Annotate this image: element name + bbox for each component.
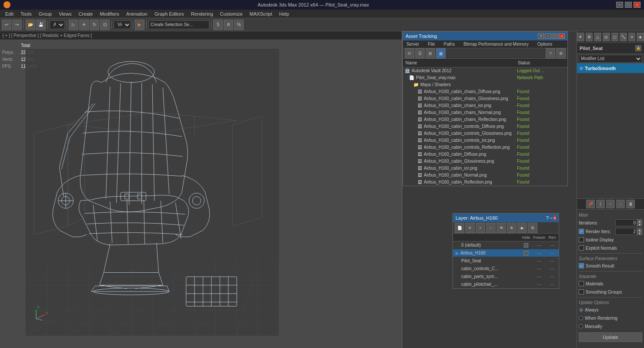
asset-row[interactable]: 🖼 Airbus_H160_cabin_controls_Glossiness.…: [403, 130, 567, 137]
asset-row[interactable]: 🖼 Airbus_H160_cabin_chairs_Normal.png Fo…: [403, 109, 567, 116]
layer-eye-button[interactable]: 👁: [496, 223, 506, 233]
layer-render-button[interactable]: ▶: [517, 223, 527, 233]
move-down-button[interactable]: ↓: [616, 200, 625, 208]
layer-freeze-col[interactable]: —: [533, 259, 546, 263]
angle-snap[interactable]: A: [224, 20, 233, 30]
delete-mod-button[interactable]: 🗑: [626, 200, 635, 208]
menu-graph-editors[interactable]: Graph Editors: [151, 10, 188, 17]
3d-viewport[interactable]: [ + ] [ Perspective ] [ Realistic + Edge…: [0, 31, 402, 348]
at-menu-paths[interactable]: Paths: [442, 42, 457, 47]
asset-row[interactable]: 🖼 Airbus_H160_cabin_controls_ior.png Fou…: [403, 137, 567, 144]
render-button[interactable]: ▶: [135, 20, 144, 30]
at-settings-button[interactable]: ⚙: [556, 48, 566, 59]
at-close-button[interactable]: ×: [559, 33, 565, 39]
layer-delete-button[interactable]: ✕: [465, 223, 475, 233]
materials-checkbox[interactable]: [579, 281, 584, 286]
layer-minimize-button[interactable]: −: [550, 215, 552, 221]
asset-row[interactable]: 📁 Maps / Shaders: [403, 81, 567, 88]
at-menu-bitmap[interactable]: Bitmap Performance and Memory: [462, 42, 530, 47]
layer-freeze-col[interactable]: —: [533, 282, 546, 287]
at-refresh-button[interactable]: ⟳: [405, 48, 414, 59]
move-up-button[interactable]: ↑: [606, 200, 615, 208]
percent-snap[interactable]: %: [234, 20, 244, 30]
view-dropdown[interactable]: View: [114, 20, 131, 29]
extra2-icon[interactable]: ◈: [637, 33, 644, 41]
smoothing-groups-checkbox[interactable]: [579, 289, 584, 294]
layer-row[interactable]: Pilot_Seat — —: [453, 257, 559, 265]
undo-button[interactable]: ↩: [2, 20, 11, 30]
layer-render-col[interactable]: —: [546, 259, 559, 263]
layer-minus-button[interactable]: −: [486, 223, 496, 233]
always-radio[interactable]: [579, 308, 583, 312]
layer-freeze-col[interactable]: —: [533, 243, 546, 248]
iterations-up[interactable]: ▲: [637, 219, 642, 223]
motion-icon[interactable]: ◎: [603, 33, 610, 41]
redo-button[interactable]: ↪: [12, 20, 22, 30]
layer-settings-button[interactable]: ⚙: [528, 223, 537, 233]
filter-dropdown[interactable]: All: [50, 20, 65, 29]
asset-row[interactable]: 🖼 Airbus_H160_cabin_ior.png Found: [403, 165, 567, 172]
at-menu-options[interactable]: Options: [536, 42, 554, 47]
asset-row[interactable]: 🖼 Airbus_H160_cabin_chairs_Reflection.pn…: [403, 116, 567, 123]
pin-button[interactable]: 📌: [586, 200, 595, 208]
display-icon[interactable]: ◻: [611, 33, 619, 41]
menu-modifiers[interactable]: Modifiers: [96, 10, 123, 17]
at-menu-server[interactable]: Server: [405, 42, 421, 47]
layer-render-col[interactable]: —: [546, 267, 559, 271]
layer-help-button[interactable]: ?: [546, 215, 549, 221]
open-button[interactable]: 📂: [26, 20, 35, 30]
layer-render-col[interactable]: —: [546, 282, 559, 287]
layer-row[interactable]: cabin_controls_C... — —: [453, 265, 559, 273]
utilities-icon[interactable]: 🔧: [620, 33, 627, 41]
layer-row[interactable]: cabin_parts_sym... — —: [453, 273, 559, 281]
asset-row[interactable]: 🖼 Airbus_H160_cabin_chairs_ior.png Found: [403, 102, 567, 109]
layer-hide-col[interactable]: [520, 243, 533, 248]
iterations-down[interactable]: ▼: [637, 223, 642, 226]
layer-freeze-col[interactable]: —: [533, 274, 546, 279]
at-list-button[interactable]: ☰: [415, 48, 425, 59]
explicit-normals-checkbox[interactable]: [579, 245, 584, 251]
menu-edit[interactable]: Edit: [2, 10, 17, 17]
update-button[interactable]: Update: [579, 332, 642, 342]
modify-panel-icon[interactable]: ⚙: [586, 33, 593, 41]
at-help-button[interactable]: ?: [538, 33, 544, 39]
create-panel-icon[interactable]: ✦: [577, 33, 584, 41]
render-iters-checkbox[interactable]: [579, 229, 584, 234]
menu-animation[interactable]: Animation: [123, 10, 151, 17]
minimize-button[interactable]: −: [616, 2, 623, 8]
close-button[interactable]: ×: [634, 2, 641, 8]
save-button[interactable]: 💾: [36, 20, 46, 30]
layer-render-col[interactable]: —: [546, 243, 559, 248]
asset-row[interactable]: 🖼 Airbus_H160_cabin_controls_Diffuse.png…: [403, 123, 567, 130]
asset-row[interactable]: 🖼 Airbus_H160_cabin_Glossiness.png Found: [403, 158, 567, 165]
asset-row[interactable]: 🖼 Airbus_H160_cabin_Diffuse.png Found: [403, 151, 567, 158]
menu-create[interactable]: Create: [75, 10, 96, 17]
layer-hide-col[interactable]: [520, 251, 533, 255]
isoline-checkbox[interactable]: [579, 237, 584, 242]
hierarchy-icon[interactable]: △: [594, 33, 601, 41]
menu-customize[interactable]: Customize: [217, 10, 246, 17]
lock-button[interactable]: 🔒: [635, 45, 641, 51]
extra-icon[interactable]: ≡: [628, 33, 636, 41]
menu-group[interactable]: Group: [35, 10, 56, 17]
modifier-list-dropdown[interactable]: Modifier List: [579, 55, 642, 63]
layer-render-col[interactable]: —: [546, 274, 559, 279]
at-help2-button[interactable]: ?: [546, 48, 555, 59]
asset-row[interactable]: 🖼 Airbus_H160_cabin_Normal.png Found: [403, 172, 567, 179]
iterations-value[interactable]: 0: [615, 219, 637, 226]
asset-row[interactable]: 📄 Pilot_Seat_vray.max Network Path: [403, 74, 567, 81]
render-iters-value[interactable]: 2: [615, 228, 637, 235]
maximize-button[interactable]: □: [625, 2, 632, 8]
at-menu-file[interactable]: File: [426, 42, 436, 47]
viewport-canvas[interactable]: Total Polys: 22 214 Verts: 12 065 FPS: 1…: [0, 40, 402, 348]
when-rendering-radio[interactable]: [579, 316, 583, 320]
snap-toggle[interactable]: S: [213, 20, 223, 30]
menu-rendering[interactable]: Rendering: [188, 10, 217, 17]
at-maximize-button[interactable]: □: [552, 33, 558, 39]
turbosmooth-modifier[interactable]: TurboSmooth: [577, 64, 644, 73]
rotate-button[interactable]: ↻: [90, 20, 99, 30]
layer-plus-button[interactable]: +: [476, 223, 485, 233]
render-iters-up[interactable]: ▲: [637, 228, 642, 231]
smooth-result-checkbox[interactable]: [579, 263, 584, 268]
at-minimize-button[interactable]: −: [545, 33, 551, 39]
